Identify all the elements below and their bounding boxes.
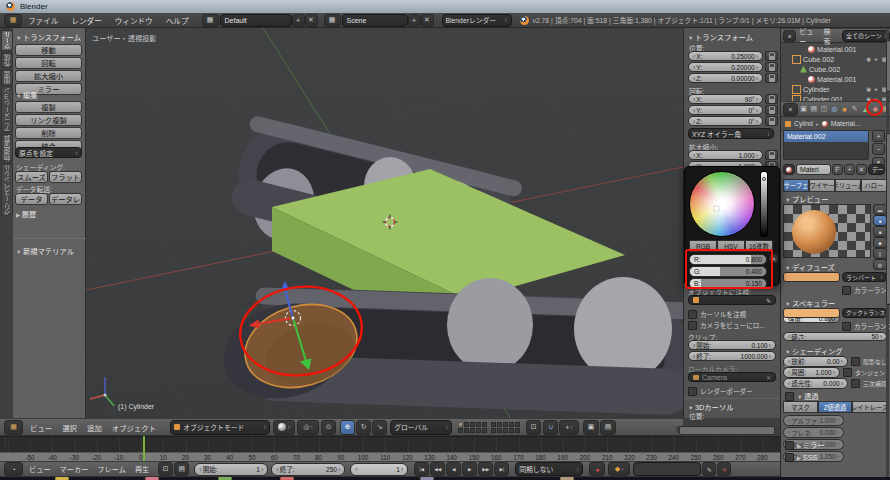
visibility-eye-icon[interactable]: ◉ [866,56,871,62]
playback-button[interactable]: |◀ [414,462,429,476]
manipulator-translate-toggle[interactable]: ⊕ [340,420,355,435]
playback-button[interactable]: ▶▶ [478,462,493,476]
frame-lock-toggle[interactable]: ▤ [174,462,189,476]
outliner-scope-dropdown[interactable]: 全てのシーン [842,30,890,42]
diffuse-ramp-checkbox[interactable]: カラーランプ [842,285,890,295]
tool-button[interactable]: 移動 [15,44,82,56]
render-engine-dropdown[interactable]: Blenderレンダー [442,14,512,27]
viewport-menu-item[interactable]: 追加 [87,422,102,433]
preview-hair-button[interactable]: ∥ [873,248,887,259]
tool-button[interactable]: 回転 [15,57,82,69]
channel-slider[interactable]: B:0.150 [689,278,767,289]
transfer-button[interactable]: データレ [49,193,82,205]
transparency-field[interactable]: フレネ:0.000 [783,427,844,438]
viewport-menu-item[interactable]: ビュー [30,422,52,433]
fake-user-button[interactable]: F [832,164,843,175]
specular-shader-dropdown[interactable]: クックトランス [842,308,887,318]
set-origin-dropdown[interactable]: 原点を設定 [15,147,82,158]
cursor-lock-checkbox[interactable]: カーソルを注視 [688,309,778,319]
menu-item[interactable]: ファイル [28,15,58,26]
playback-button[interactable]: ▶| [494,462,509,476]
tab-render[interactable]: ▣ [799,105,808,113]
material-type-tab[interactable]: ワイヤー [809,179,835,192]
layer-buttons[interactable] [458,422,520,433]
specular-color-swatch[interactable] [783,308,840,318]
tab-render-layers[interactable]: ▤ [809,105,818,113]
lookat-object-field[interactable]: ✎ [688,295,776,305]
wheel-front-mid[interactable] [447,278,533,372]
preview-sphere-button[interactable]: ● [873,215,887,226]
viewport-menu-item[interactable]: オブジェクト [112,422,156,433]
breadcrumb-object[interactable]: Cylind [794,120,813,127]
playback-button[interactable]: ▶ [462,462,477,476]
outliner-row[interactable]: Cube.002 ◉ ▸ ▦ [781,54,890,64]
lock-icon[interactable] [765,51,778,61]
scene-field[interactable]: Scene [342,14,408,27]
lock-icon[interactable] [765,73,778,83]
material-type-tab[interactable]: サーフェ [783,179,809,192]
render-still-button[interactable]: ▣ [583,420,599,435]
location-field[interactable]: Z:0.00000 [688,73,763,83]
lock-icon[interactable] [765,105,778,115]
shade-button[interactable]: フラット [49,171,82,183]
timeline-menu-item[interactable]: ビュー [29,464,51,474]
preview-world-button[interactable]: ◍ [873,259,887,270]
sss-header[interactable]: SSS [797,453,817,462]
toolshelf-tab[interactable]: 関連 [1,70,13,85]
menu-item[interactable]: ヘルプ [166,15,189,26]
hardness-field[interactable]: 硬さ:50 [783,332,887,341]
preview-header[interactable]: プレビュー [785,194,828,204]
mirror-header[interactable]: ミラー [797,440,825,450]
render-anim-button[interactable]: ▤ [600,420,616,435]
clip-field[interactable]: 終了:1000.000 [688,351,776,361]
manipulator-scale-toggle[interactable]: ↘ [372,420,387,435]
rotation-mode-dropdown[interactable]: XYZ オイラー角 [688,128,774,139]
preview-range-toggle[interactable]: ⊡ [158,462,173,476]
picker-eyedropper-button[interactable]: ✎ [769,254,778,263]
redo-panel-header[interactable]: 新規マテリアル [16,246,74,256]
wheel-front-right[interactable] [574,277,672,381]
lock-icon[interactable] [765,116,778,126]
lock-icon[interactable] [765,62,778,72]
timeline-tracks[interactable] [0,436,780,452]
scene-add-button[interactable]: + [408,14,421,27]
npanel-hscrollbar[interactable] [676,426,778,433]
npanel-transform-header[interactable]: トランスフォーム [688,32,753,42]
location-field[interactable]: X:0.25000 [688,51,763,61]
screen-add-button[interactable]: + [292,14,305,27]
location-field[interactable]: Y:0.20000 [688,62,763,72]
timeline-ruler[interactable]: -50-40-30-20-100102030405060708090100110… [0,452,780,461]
outliner-row[interactable]: Cylinder ◉ ▸ ▦ [781,84,890,94]
playback-button[interactable]: ◀ [446,462,461,476]
shading-checkbox[interactable]: タンジェント.. [843,368,887,377]
pivot-center-button[interactable]: ◎↕ [297,420,319,435]
channel-slider[interactable]: R:0.800 [689,254,767,265]
frame-end-field[interactable]: 終了:250 [271,463,345,476]
breadcrumb-material[interactable]: Material... [831,120,861,127]
preview-monkey-button[interactable]: ◆ [873,237,887,248]
scene-lock-button[interactable]: ⊡ [526,420,541,435]
tab-scene[interactable]: ◫ [819,105,828,113]
preview-cube-button[interactable]: ■ [873,226,887,237]
rotation-field[interactable]: X:90° [688,94,763,104]
tool-button[interactable]: 拡大縮小 [15,70,82,82]
properties-editor-type-button[interactable]: ≡ [783,103,798,116]
manipulator-rotate-toggle[interactable]: ↻ [356,420,371,435]
preview-flat-button[interactable]: ▬ [873,204,887,215]
viewport-menu-item[interactable]: 選択 [62,422,77,433]
transparency-field[interactable]: アルファ:1.000 [783,415,844,426]
history-section-header[interactable]: 履歴 [16,209,36,219]
transparency-tab[interactable]: マスク [783,401,818,413]
value-slider[interactable] [760,171,768,237]
keying-set-field[interactable] [633,462,701,476]
outliner-menu-item[interactable]: ビュー [799,26,816,46]
menu-item[interactable]: レンダー [71,15,101,26]
viewport-editor-type-button[interactable]: ▦ [4,420,23,435]
material-browse-button[interactable] [783,164,795,175]
screen-delete-button[interactable]: ✕ [305,14,318,27]
material-name-field[interactable]: Materi [796,164,831,175]
material-slot-active[interactable]: Material.002 [784,131,868,142]
slot-add-button[interactable]: + [872,130,885,142]
picker-mode-tab[interactable]: 16進数 [745,240,773,252]
tool-button[interactable]: 複製 [15,101,82,113]
